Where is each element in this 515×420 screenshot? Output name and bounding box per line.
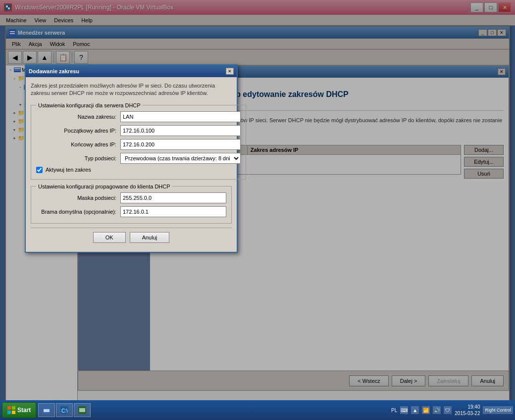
- svg-rect-27: [79, 408, 85, 412]
- taskbar-right: PL ⌨ ▲ 📶 🔊 🛡 19:40 2015-03-22 Right Cont…: [391, 404, 513, 417]
- fieldset-legend-2: Ustawienia konfiguracji propagowane do k…: [36, 184, 172, 189]
- fieldset-legend-1: Ustawienia konfiguracji dla serwera DHCP: [36, 102, 143, 108]
- start-button[interactable]: Start: [2, 402, 36, 418]
- clock-time: 19:40: [455, 404, 480, 410]
- subnet-type-select[interactable]: Przewodowa (czas trwania dzierżawy: 8 dn…: [120, 153, 241, 164]
- subnet-mask-group: Maska podsieci:: [36, 192, 226, 203]
- modal-close-button[interactable]: ✕: [226, 68, 234, 75]
- taskbar: Start C:\ PL ⌨ ▲ 📶 🔊 🛡 19:40 2015-03-22 …: [0, 400, 515, 420]
- taskbar-item-2[interactable]: [74, 403, 91, 417]
- activate-checkbox-row: Aktywuj ten zakres: [36, 167, 241, 173]
- gateway-label: Brama domyślna (opcjonalnie):: [36, 209, 120, 215]
- end-ip-input[interactable]: [120, 139, 241, 150]
- modal-content: Zakres jest przedziałem możliwych adresó…: [26, 77, 237, 252]
- gateway-input[interactable]: [120, 206, 226, 217]
- tray-icon-network: 📶: [422, 406, 430, 414]
- windows-logo-icon: [7, 406, 15, 414]
- client-config-fieldset: Ustawienia konfiguracji propagowane do k…: [31, 184, 232, 224]
- taskbar-item-1[interactable]: C:\: [56, 403, 73, 417]
- start-ip-input[interactable]: [120, 125, 241, 136]
- tray-icon-arrow-up[interactable]: ▲: [411, 406, 419, 414]
- taskbar-item-0[interactable]: [38, 403, 55, 417]
- subnet-mask-input[interactable]: [120, 192, 226, 203]
- modal-footer: OK Anuluj: [31, 228, 232, 247]
- svg-text:C:\: C:\: [61, 408, 68, 414]
- modal-title: Dodawanie zakresu: [29, 68, 79, 74]
- language-indicator: PL: [391, 408, 397, 413]
- svg-rect-20: [7, 411, 11, 414]
- svg-rect-18: [7, 406, 11, 410]
- modal-description: Zakres jest przedziałem możliwych adresó…: [31, 82, 232, 97]
- modal-dialog: Dodawanie zakresu ✕ Zakres jest przedzia…: [25, 64, 238, 253]
- modal-title-bar: Dodawanie zakresu ✕: [26, 65, 237, 77]
- taskbar-icon-2: [78, 406, 86, 414]
- gateway-group: Brama domyślna (opcjonalnie):: [36, 206, 226, 217]
- subnet-mask-label: Maska podsieci:: [36, 195, 120, 201]
- right-control-button[interactable]: Right Control: [483, 406, 513, 414]
- clock-date: 2015-03-22: [455, 410, 480, 417]
- end-ip-label: Końcowy adres IP:: [36, 141, 120, 147]
- modal-overlay: Dodawanie zakresu ✕ Zakres jest przedzia…: [0, 0, 515, 420]
- tray-icon-keyboard: ⌨: [400, 406, 408, 414]
- subnet-type-label: Typ podsieci:: [36, 155, 120, 161]
- taskbar-icon-0: [43, 406, 51, 414]
- activate-checkbox[interactable]: [36, 167, 43, 173]
- dhcp-config-fieldset: Ustawienia konfiguracji dla serwera DHCP…: [31, 102, 246, 180]
- subnet-type-group: Typ podsieci: Przewodowa (czas trwania d…: [36, 153, 241, 164]
- taskbar-icon-1: C:\: [60, 406, 68, 414]
- svg-rect-21: [12, 411, 15, 414]
- taskbar-items: C:\: [38, 403, 389, 417]
- modal-ok-button[interactable]: OK: [93, 232, 126, 243]
- start-ip-group: Początkowy adres IP:: [36, 125, 241, 136]
- clock: 19:40 2015-03-22: [455, 404, 480, 417]
- scope-name-label: Nazwa zakresu:: [36, 114, 120, 120]
- svg-rect-23: [44, 409, 50, 412]
- scope-name-group: Nazwa zakresu:: [36, 111, 241, 122]
- scope-name-input[interactable]: [120, 111, 241, 122]
- modal-cancel-button[interactable]: Anuluj: [130, 232, 170, 243]
- end-ip-group: Końcowy adres IP:: [36, 139, 241, 150]
- activate-label: Aktywuj ten zakres: [46, 167, 91, 173]
- tray-icon-security: 🛡: [444, 406, 452, 414]
- start-ip-label: Początkowy adres IP:: [36, 128, 120, 134]
- svg-rect-19: [12, 406, 15, 410]
- tray-icon-sound: 🔊: [433, 406, 441, 414]
